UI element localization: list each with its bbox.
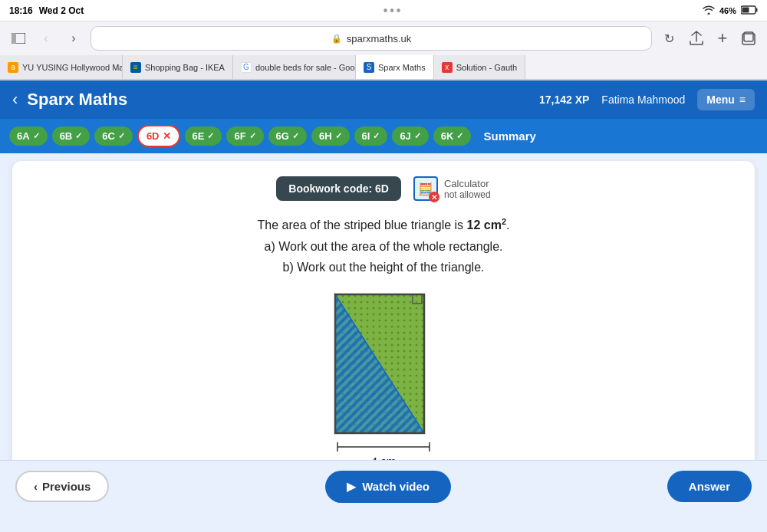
reload-button[interactable]: ↻ bbox=[658, 28, 680, 49]
tab-sparx[interactable]: S Sparx Maths bbox=[356, 55, 434, 79]
tab-ikea[interactable]: ≡ Shopping Bag - IKEA bbox=[123, 55, 233, 79]
tab-xtra[interactable]: x Solution - Gauth bbox=[434, 55, 526, 79]
address-bar[interactable]: 🔒 sparxmaths.uk bbox=[91, 26, 652, 51]
tab-6b-label: 6B bbox=[60, 130, 73, 142]
tab-6g-check: ✓ bbox=[292, 131, 299, 141]
tab-sparx-label: Sparx Maths bbox=[378, 63, 426, 72]
tab-6b-check: ✓ bbox=[75, 131, 82, 141]
topic-tab-6h[interactable]: 6H ✓ bbox=[311, 126, 350, 146]
tab-google-label: double beds for sale - Goo... bbox=[255, 63, 356, 72]
xp-display: 17,142 XP bbox=[539, 94, 589, 106]
svg-rect-4 bbox=[12, 33, 16, 44]
calculator-label: Calculator bbox=[444, 178, 491, 189]
topic-tab-6a[interactable]: 6A ✓ bbox=[9, 126, 48, 146]
app-title: Sparx Maths bbox=[27, 90, 539, 110]
browser-chrome: ‹ › 🔒 sparxmaths.uk ↻ + a YU bbox=[0, 21, 767, 80]
bookwork-row: Bookwork code: 6D 🧮 ✕ Calculator not all… bbox=[35, 176, 732, 201]
app-header: ‹ Sparx Maths 17,142 XP Fatima Mahmood M… bbox=[0, 80, 767, 119]
battery-percentage: 46% bbox=[719, 6, 736, 15]
menu-label: Menu bbox=[706, 94, 735, 106]
tab-6j-label: 6J bbox=[400, 130, 410, 142]
tabs-overview-button[interactable] bbox=[738, 28, 759, 49]
topic-tab-summary[interactable]: Summary bbox=[476, 126, 543, 146]
tab-6e-check: ✓ bbox=[207, 131, 214, 141]
menu-hamburger-icon: ≡ bbox=[739, 94, 746, 106]
sidebar-toggle-button[interactable] bbox=[8, 28, 29, 49]
lock-icon: 🔒 bbox=[331, 34, 342, 44]
tab-summary-label: Summary bbox=[483, 130, 535, 143]
sparx-favicon: S bbox=[364, 62, 374, 73]
tab-6c-check: ✓ bbox=[118, 131, 125, 141]
tab-amazon[interactable]: a YU YUSING Hollywood Mak... bbox=[0, 55, 123, 79]
topic-tabs: 6A ✓ 6B ✓ 6C ✓ 6D ✕ 6E ✓ 6F ✓ 6G ✓ 6H ✓ … bbox=[0, 119, 767, 153]
google-favicon: G bbox=[241, 62, 252, 73]
footer: ‹ Previous ▶ Watch video Answer bbox=[0, 460, 767, 512]
wifi-icon bbox=[703, 5, 715, 16]
user-name: Fatima Mahmood bbox=[601, 94, 685, 106]
calculator-sub-label: not allowed bbox=[444, 189, 491, 200]
battery-icon bbox=[741, 5, 758, 16]
ruler-svg bbox=[334, 439, 433, 455]
tab-6g-label: 6G bbox=[276, 130, 289, 142]
calculator-cross-icon: ✕ bbox=[429, 192, 439, 202]
topic-tab-6b[interactable]: 6B ✓ bbox=[52, 126, 91, 146]
tab-xtra-label: Solution - Gauth bbox=[456, 63, 518, 72]
diagram-label-row bbox=[334, 439, 433, 455]
question-line3: b) Work out the height of the triangle. bbox=[35, 257, 732, 277]
time: 18:16 bbox=[9, 5, 33, 16]
tab-6f-check: ✓ bbox=[249, 131, 256, 141]
previous-button[interactable]: ‹ Previous bbox=[15, 471, 109, 502]
back-button[interactable]: ‹ bbox=[35, 28, 57, 49]
topic-tab-6i[interactable]: 6I ✓ bbox=[354, 126, 388, 146]
status-right: 46% bbox=[703, 5, 758, 16]
tab-6a-check: ✓ bbox=[33, 131, 40, 141]
topic-tab-6d[interactable]: 6D ✕ bbox=[137, 125, 180, 147]
diagram-container: 4 cm Not drawn accurately bbox=[35, 293, 732, 480]
calculator-text: Calculator not allowed bbox=[444, 178, 491, 200]
menu-button[interactable]: Menu ≡ bbox=[697, 89, 755, 110]
tab-6e-label: 6E bbox=[193, 130, 205, 142]
answer-label: Answer bbox=[689, 480, 730, 493]
bookwork-code: Bookwork code: 6D bbox=[276, 176, 401, 201]
tab-6j-check: ✓ bbox=[414, 131, 421, 141]
tab-6d-label: 6D bbox=[146, 130, 160, 142]
main-content: Bookwork code: 6D 🧮 ✕ Calculator not all… bbox=[12, 161, 755, 495]
browser-toolbar: ‹ › 🔒 sparxmaths.uk ↻ + bbox=[0, 21, 767, 55]
tab-6a-label: 6A bbox=[17, 130, 30, 142]
watch-video-button[interactable]: ▶ Watch video bbox=[325, 471, 451, 503]
amazon-favicon: a bbox=[8, 62, 18, 73]
answer-button[interactable]: Answer bbox=[667, 471, 752, 502]
calculator-info: 🧮 ✕ Calculator not allowed bbox=[413, 176, 491, 201]
question-text: The area of the striped blue triangle is… bbox=[35, 215, 732, 277]
tab-6h-check: ✓ bbox=[335, 131, 342, 141]
tabs-bar: a YU YUSING Hollywood Mak... ≡ Shopping … bbox=[0, 55, 767, 80]
question-line2: a) Work out the area of the whole rectan… bbox=[35, 236, 732, 257]
tab-6c-label: 6C bbox=[102, 130, 115, 142]
topic-tab-6k[interactable]: 6K ✓ bbox=[433, 126, 472, 146]
new-tab-button[interactable]: + bbox=[712, 28, 733, 49]
watch-label: Watch video bbox=[362, 480, 430, 493]
header-right: 17,142 XP Fatima Mahmood Menu ≡ bbox=[539, 89, 755, 110]
tab-google[interactable]: G double beds for sale - Goo... ✕ bbox=[233, 55, 356, 79]
status-bar: 18:16 Wed 2 Oct ••• 46% bbox=[0, 0, 767, 21]
tab-6i-label: 6I bbox=[362, 130, 370, 142]
svg-rect-1 bbox=[755, 8, 757, 11]
svg-rect-2 bbox=[742, 7, 749, 12]
topic-tab-6f[interactable]: 6F ✓ bbox=[226, 126, 263, 146]
dots-indicator: ••• bbox=[384, 4, 403, 18]
status-left: 18:16 Wed 2 Oct bbox=[9, 5, 84, 16]
forward-button[interactable]: › bbox=[63, 28, 84, 49]
topic-tab-6g[interactable]: 6G ✓ bbox=[268, 126, 307, 146]
topic-tab-6e[interactable]: 6E ✓ bbox=[185, 126, 222, 146]
app-back-button[interactable]: ‹ bbox=[12, 90, 18, 110]
ikea-favicon: ≡ bbox=[130, 62, 141, 73]
date: Wed 2 Oct bbox=[39, 5, 84, 16]
tab-6h-label: 6H bbox=[319, 130, 332, 142]
topic-tab-6c[interactable]: 6C ✓ bbox=[94, 126, 133, 146]
tab-ikea-label: Shopping Bag - IKEA bbox=[145, 63, 225, 72]
share-button[interactable] bbox=[686, 28, 707, 49]
tab-6k-check: ✓ bbox=[456, 131, 463, 141]
play-icon: ▶ bbox=[347, 480, 356, 494]
topic-tab-6j[interactable]: 6J ✓ bbox=[392, 126, 428, 146]
tab-6f-label: 6F bbox=[234, 130, 245, 142]
